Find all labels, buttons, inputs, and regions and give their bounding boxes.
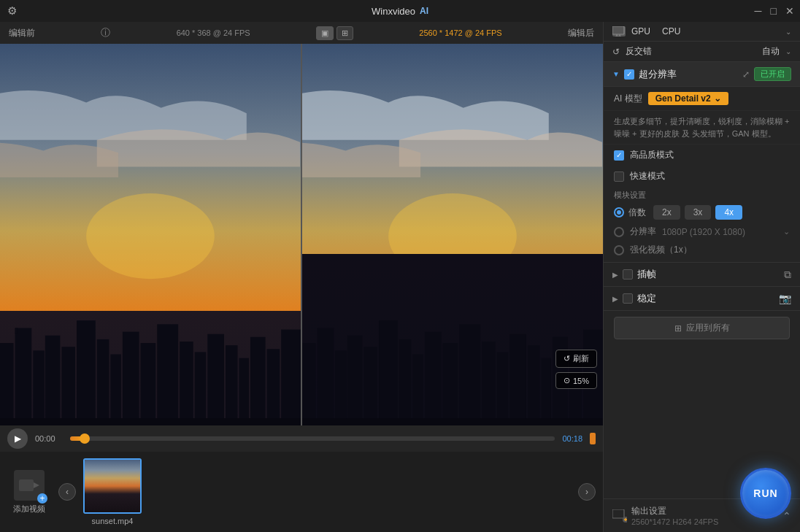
svg-rect-8 xyxy=(77,320,96,425)
interpolation-icon: ⧉ xyxy=(784,269,791,281)
thumbnail-image xyxy=(83,458,142,514)
minimize-button[interactable]: ─ xyxy=(755,5,762,17)
svg-rect-12 xyxy=(141,343,156,425)
nav-right-button[interactable]: › xyxy=(578,483,596,501)
split-view-button[interactable]: ⊞ xyxy=(336,26,353,40)
view-toggle: ▣ ⊞ xyxy=(316,26,353,40)
output-icon xyxy=(612,509,627,523)
stabilization-icon: 📷 xyxy=(779,293,791,304)
time-start: 00:00 xyxy=(35,434,63,443)
4x-button[interactable]: 4x xyxy=(715,205,742,220)
module-settings-label: 模块设置 xyxy=(604,187,800,202)
add-video-button[interactable]: + 添加视频 xyxy=(7,470,51,514)
apply-all-button[interactable]: ⊞ 应用到所有 xyxy=(614,317,790,339)
svg-rect-30 xyxy=(379,320,398,425)
resolution-label: 分辨率 xyxy=(630,225,656,238)
refresh-icon: ↺ xyxy=(564,354,570,363)
thumbnail-filename: sunset.mp4 xyxy=(92,517,134,525)
super-res-checkbox[interactable]: ✓ xyxy=(624,69,634,80)
super-res-title: 超分辨率 xyxy=(639,68,677,81)
monitor-icon xyxy=(612,26,626,36)
time-end: 00:18 xyxy=(562,434,582,443)
video-topbar: 编辑前 ⓘ 640 * 368 @ 24 FPS ▣ ⊞ 2560 * 1472… xyxy=(0,22,603,44)
stabilization-arrow[interactable]: ▶ xyxy=(612,295,618,303)
main-layout: 编辑前 ⓘ 640 * 368 @ 24 FPS ▣ ⊞ 2560 * 1472… xyxy=(0,22,800,532)
module-settings-text: 模块设置 xyxy=(614,190,646,199)
zoom-icon: ⊙ xyxy=(564,376,570,385)
maximize-button[interactable]: □ xyxy=(771,5,777,17)
quality-checkbox[interactable]: ✓ xyxy=(614,150,624,161)
super-res-buttons: ⤢ 已开启 xyxy=(742,67,791,81)
quality-mode-label: 高品质模式 xyxy=(630,149,674,161)
svg-rect-45 xyxy=(19,479,34,491)
interpolation-arrow[interactable]: ▶ xyxy=(612,271,618,279)
2x-button[interactable]: 2x xyxy=(653,205,680,220)
ai-model-select[interactable]: Gen Detail v2 ⌄ xyxy=(648,92,728,105)
resolution-radio[interactable] xyxy=(614,227,624,237)
progress-handle[interactable] xyxy=(80,433,90,444)
svg-rect-40 xyxy=(542,358,551,425)
info-icon[interactable]: ⓘ xyxy=(101,26,110,39)
expand-icon[interactable]: ⤢ xyxy=(742,69,750,80)
play-icon: ▶ xyxy=(15,433,21,444)
svg-rect-13 xyxy=(157,324,178,425)
play-button[interactable]: ▶ xyxy=(7,428,28,449)
add-video-icon: + xyxy=(14,470,45,501)
settings-icon[interactable]: ⚙ xyxy=(7,4,17,18)
svg-rect-25 xyxy=(302,343,316,425)
svg-rect-37 xyxy=(497,352,508,425)
gpu-dropdown-arrow[interactable]: ⌄ xyxy=(785,28,791,36)
stabilization-checkbox[interactable] xyxy=(623,293,633,304)
description-text: 生成更多细节，提升清晰度，锐利度，消除模糊 + 噪噪 + 更好的皮肤 及 头发细… xyxy=(604,111,800,144)
svg-rect-3 xyxy=(15,328,32,425)
svg-rect-14 xyxy=(180,342,193,425)
anti-dropdown-arrow[interactable]: ⌄ xyxy=(785,47,791,55)
enhance-radio[interactable] xyxy=(614,245,624,255)
interpolation-section: ▶ 插帧 ⧉ xyxy=(604,262,800,286)
before-video xyxy=(0,44,301,425)
svg-rect-22 xyxy=(0,418,301,425)
thumbnail-item[interactable]: sunset.mp4 xyxy=(83,458,142,525)
svg-rect-15 xyxy=(195,352,206,425)
svg-rect-17 xyxy=(226,345,237,425)
refresh-button[interactable]: ↺ 刷新 xyxy=(555,350,597,368)
cpu-label: CPU xyxy=(662,26,680,36)
video-frame: ↺ 刷新 ⊙ 15% xyxy=(0,44,603,425)
on-badge: 已开启 xyxy=(754,67,791,81)
svg-rect-44 xyxy=(302,418,603,425)
super-res-arrow[interactable]: ▼ xyxy=(612,70,620,78)
video-divider[interactable] xyxy=(301,44,302,425)
resolution-row: 分辨率 1080P (1920 X 1080) ⌄ xyxy=(604,223,800,241)
svg-rect-26 xyxy=(318,328,334,425)
plus-badge: + xyxy=(37,493,47,504)
svg-rect-39 xyxy=(528,345,539,425)
svg-rect-34 xyxy=(443,343,458,425)
fast-mode-row[interactable]: 快速模式 xyxy=(604,166,800,187)
app-title: Winxvideo AI xyxy=(372,6,428,17)
fast-mode-checkbox[interactable] xyxy=(614,171,624,182)
super-res-header: ▼ ✓ 超分辨率 ⤢ 已开启 xyxy=(604,62,800,87)
multiplier-radio[interactable] xyxy=(614,207,624,217)
interpolation-checkbox[interactable] xyxy=(623,269,633,280)
model-name: Gen Detail v2 xyxy=(655,93,711,104)
run-button[interactable]: RUN xyxy=(740,468,791,519)
quality-mode-row[interactable]: ✓ 高品质模式 xyxy=(604,144,800,166)
output-detail: 2560*1472 H264 24FPS xyxy=(631,517,768,526)
resolution-dropdown[interactable]: ⌄ xyxy=(783,227,790,236)
description-content: 生成更多细节，提升清晰度，锐利度，消除模糊 + 噪噪 + 更好的皮肤 及 头发细… xyxy=(614,117,789,138)
close-button[interactable]: ✕ xyxy=(785,5,794,17)
video-overlay-controls: ↺ 刷新 ⊙ 15% xyxy=(555,350,597,389)
svg-rect-27 xyxy=(335,350,346,425)
model-dropdown-icon: ⌄ xyxy=(714,93,721,104)
svg-rect-9 xyxy=(97,339,109,425)
progress-bar[interactable] xyxy=(70,436,555,441)
thumbnail-strip: + 添加视频 ‹ sunset.mp4 › xyxy=(0,452,603,532)
single-view-button[interactable]: ▣ xyxy=(316,26,334,40)
svg-rect-29 xyxy=(364,347,377,425)
3x-button[interactable]: 3x xyxy=(685,205,712,220)
svg-rect-2 xyxy=(0,343,14,425)
after-label: 编辑后 xyxy=(568,27,594,39)
nav-left-button[interactable]: ‹ xyxy=(58,483,76,501)
zoom-button[interactable]: ⊙ 15% xyxy=(555,372,597,389)
resolution-value: 1080P (1920 X 1080) xyxy=(662,227,745,237)
